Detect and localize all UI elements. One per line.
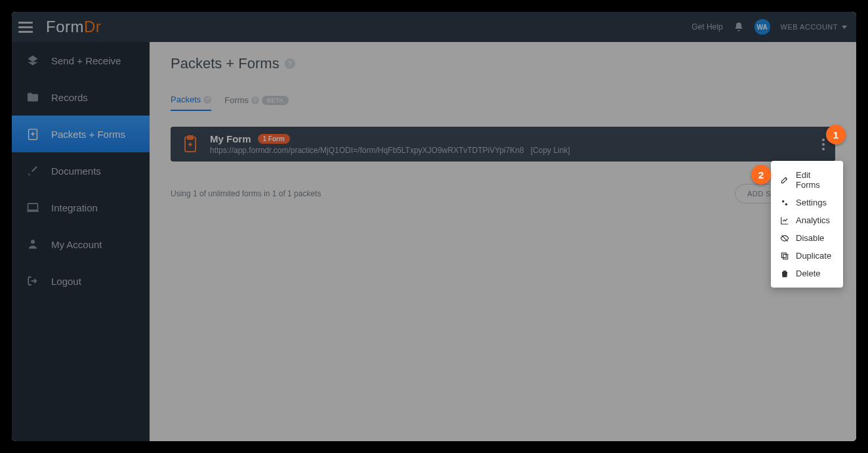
- menu-item-duplicate[interactable]: Duplicate: [771, 247, 843, 265]
- logo-accent: Dr: [84, 18, 101, 35]
- menu-item-delete[interactable]: Delete: [771, 265, 843, 282]
- menu-item-edit-forms[interactable]: Edit Forms: [771, 166, 843, 194]
- svg-point-2: [31, 240, 35, 244]
- packet-url: https://app.formdr.com/practice/MjQ1ODI=…: [210, 146, 524, 155]
- sidebar-item-integration[interactable]: Integration: [12, 189, 150, 226]
- chevron-down-icon: [842, 26, 847, 29]
- account-menu[interactable]: WEB ACCOUNT: [781, 23, 847, 31]
- tab-packets[interactable]: Packets ?: [171, 95, 211, 111]
- edit-icon: [780, 175, 789, 184]
- chart-icon: [780, 216, 789, 225]
- menu-item-analytics[interactable]: Analytics: [771, 211, 843, 229]
- trash-icon: [780, 269, 789, 278]
- svg-rect-1: [28, 204, 38, 210]
- copy-icon: [780, 251, 789, 261]
- bell-icon[interactable]: [734, 22, 744, 32]
- svg-rect-7: [783, 254, 788, 259]
- sidebar-item-label: Packets + Forms: [51, 129, 125, 140]
- sidebar-item-documents[interactable]: Documents: [12, 152, 150, 189]
- copy-link[interactable]: [Copy Link]: [531, 146, 570, 155]
- user-icon: [26, 238, 39, 250]
- packet-icon: [26, 127, 39, 140]
- svg-point-6: [785, 203, 788, 205]
- beta-badge: BETA: [262, 96, 289, 105]
- svg-rect-4: [188, 136, 193, 139]
- sidebar-item-packets-forms[interactable]: Packets + Forms: [12, 116, 150, 152]
- laptop-icon: [26, 202, 39, 213]
- form-count-badge: 1 Form: [258, 134, 290, 144]
- avatar[interactable]: WA: [754, 19, 770, 35]
- packet-title: My Form: [210, 133, 251, 144]
- tab-forms[interactable]: Forms ? BETA: [224, 95, 289, 110]
- packet-card[interactable]: My Form 1 Form https://app.formdr.com/pr…: [171, 127, 835, 162]
- sidebar-item-my-account[interactable]: My Account: [12, 226, 150, 263]
- help-icon[interactable]: ?: [285, 58, 295, 69]
- sidebar-item-send-receive[interactable]: Send + Receive: [12, 42, 150, 79]
- account-label: WEB ACCOUNT: [781, 23, 838, 31]
- folder-icon: [26, 92, 39, 102]
- tabs: Packets ? Forms ? BETA: [171, 95, 835, 111]
- topbar: FormDr Get Help WA WEB ACCOUNT: [12, 12, 856, 42]
- sidebar-item-label: Documents: [51, 165, 101, 177]
- logout-icon: [26, 275, 39, 287]
- more-options-icon[interactable]: [822, 139, 826, 150]
- menu-item-disable[interactable]: Disable: [771, 229, 843, 247]
- document-edit-icon: [26, 165, 39, 177]
- sidebar: Send + Receive Records Packets + Forms D…: [12, 42, 150, 441]
- gear-icon: [780, 198, 789, 207]
- get-help-link[interactable]: Get Help: [692, 22, 722, 32]
- eye-off-icon: [780, 234, 789, 243]
- menu-item-settings[interactable]: Settings: [771, 194, 843, 211]
- sidebar-item-label: Logout: [51, 276, 81, 287]
- logo-main: Form: [46, 18, 84, 35]
- annotation-1: 1: [826, 125, 846, 144]
- sidebar-item-label: My Account: [51, 239, 102, 250]
- main-content: Packets + Forms ? Packets ? Forms ? BETA: [150, 42, 856, 441]
- clipboard-icon: [182, 135, 198, 154]
- sidebar-item-label: Send + Receive: [51, 55, 121, 66]
- sidebar-item-records[interactable]: Records: [12, 79, 150, 116]
- app-logo[interactable]: FormDr: [46, 18, 101, 36]
- send-receive-icon: [26, 54, 39, 67]
- sidebar-item-label: Records: [51, 92, 88, 103]
- sidebar-item-logout[interactable]: Logout: [12, 263, 150, 299]
- page-title: Packets + Forms ?: [171, 55, 835, 72]
- annotation-2: 2: [751, 165, 771, 184]
- help-icon[interactable]: ?: [203, 96, 211, 104]
- packet-actions-menu: Edit Forms Settings Analytics Disable Du…: [771, 161, 843, 288]
- svg-point-5: [782, 200, 785, 202]
- help-icon[interactable]: ?: [251, 97, 259, 104]
- svg-rect-8: [781, 253, 786, 257]
- menu-toggle-icon[interactable]: [18, 20, 33, 34]
- usage-text: Using 1 of unlimited forms in 1 of 1 pac…: [171, 189, 321, 198]
- sidebar-item-label: Integration: [51, 202, 98, 213]
